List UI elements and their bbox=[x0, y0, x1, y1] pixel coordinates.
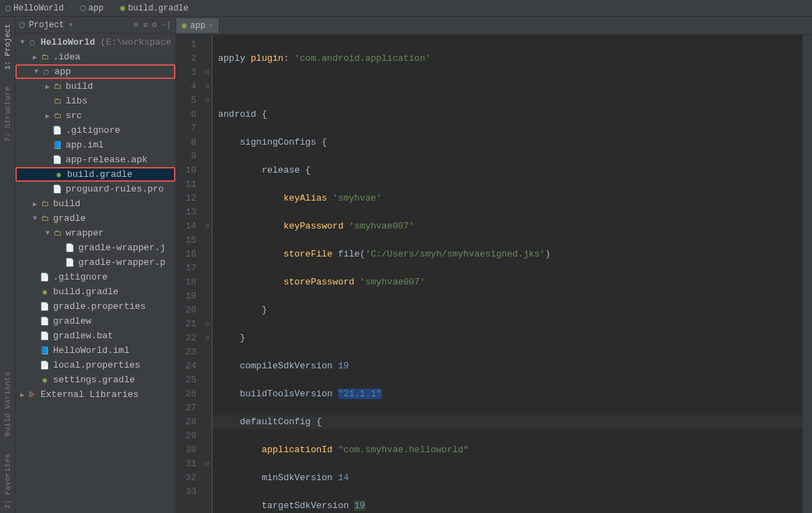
file-icon: 📄 bbox=[52, 184, 63, 195]
tree-item-ext-lib[interactable]: ▶⊪External Libraries bbox=[15, 387, 175, 402]
tree-item[interactable]: ▼🗀gradle bbox=[15, 211, 175, 226]
tree-item[interactable]: 📄gradlew.bat bbox=[15, 328, 175, 343]
tree-item[interactable]: 📄gradle-wrapper.j bbox=[15, 240, 175, 255]
tree-item[interactable]: ▶🗀src bbox=[15, 108, 175, 123]
gradle-icon: ◉ bbox=[39, 375, 50, 386]
folder-icon: 🗀 bbox=[52, 81, 63, 92]
tree-item[interactable]: ◉build.gradle bbox=[15, 284, 175, 299]
breadcrumb-item[interactable]: ▢ HelloWorld bbox=[6, 3, 64, 13]
editor-tab-app[interactable]: ◉ app × bbox=[176, 18, 219, 33]
scroll-to-icon[interactable]: ⊕ bbox=[133, 20, 138, 30]
gradle-icon: ◉ bbox=[39, 287, 50, 298]
editor-tab-bar: ◉ app × bbox=[176, 17, 812, 35]
module-icon: ▢ bbox=[27, 37, 38, 48]
gradle-icon: ◉ bbox=[120, 3, 125, 13]
tree-item[interactable]: 📄app-release.apk bbox=[15, 152, 175, 167]
gear-icon[interactable]: ⚙ bbox=[152, 20, 157, 30]
library-icon: ⊪ bbox=[27, 389, 38, 400]
project-panel: ▢ Project ▾ ⊕ ⇵ ⚙ →| ▼▢ HelloWorld (E:\w… bbox=[15, 17, 176, 513]
tree-item[interactable]: 📘app.iml bbox=[15, 138, 175, 152]
breadcrumb-sep: 〉 bbox=[68, 2, 76, 14]
tree-item[interactable]: 📄gradle-wrapper.p bbox=[15, 255, 175, 270]
folder-icon: 🗀 bbox=[52, 96, 63, 107]
editor-body[interactable]: 1234567891011121314151617181920212223242… bbox=[176, 35, 812, 513]
tree-item[interactable]: 📄proguard-rules.pro bbox=[15, 182, 175, 196]
tree-item[interactable]: 📄.gitignore bbox=[15, 270, 175, 284]
scrollbar[interactable] bbox=[802, 35, 812, 513]
gradle-icon: ◉ bbox=[53, 169, 64, 180]
tab-build-variants[interactable]: Build Variants bbox=[2, 368, 13, 440]
panel-title: Project bbox=[29, 20, 64, 30]
breadcrumb-item[interactable]: ▢ app bbox=[80, 3, 103, 13]
tab-project[interactable]: 1: Project bbox=[2, 20, 13, 74]
folder-icon: 🗀 bbox=[52, 228, 63, 239]
file-icon: 📄 bbox=[39, 360, 50, 371]
tree-item[interactable]: ▶🗀build bbox=[15, 196, 175, 211]
file-icon: 📄 bbox=[39, 272, 50, 283]
folder-icon: 🗀 bbox=[39, 213, 50, 224]
tree-item[interactable]: 📄.gitignore bbox=[15, 123, 175, 138]
panel-header: ▢ Project ▾ ⊕ ⇵ ⚙ →| bbox=[15, 17, 175, 34]
tree-item-app[interactable]: ▼▢app bbox=[15, 64, 175, 79]
dropdown-icon[interactable]: ▾ bbox=[68, 20, 73, 30]
breadcrumb-sep: 〉 bbox=[108, 2, 116, 14]
line-gutter: 1234567891011121314151617181920212223242… bbox=[176, 35, 203, 513]
file-icon: 📄 bbox=[52, 154, 63, 166]
tree-item[interactable]: 🗀libs bbox=[15, 94, 175, 108]
project-view-icon: ▢ bbox=[20, 20, 24, 30]
file-icon: 📄 bbox=[39, 331, 50, 342]
file-icon: 📄 bbox=[39, 301, 50, 312]
hide-icon[interactable]: →| bbox=[161, 20, 171, 30]
tree-root[interactable]: ▼▢ HelloWorld (E:\workspace bbox=[15, 35, 175, 50]
module-icon: ▢ bbox=[6, 3, 10, 13]
file-icon: 📄 bbox=[39, 316, 50, 327]
tree-item[interactable]: 📄gradle.properties bbox=[15, 299, 175, 314]
tab-favorites[interactable]: 2: Favorites bbox=[2, 449, 13, 513]
fold-gutter: ⊟⊟⊟⊟⊟⊟⊟ bbox=[203, 35, 212, 513]
tree-item[interactable]: ▶🗀.idea bbox=[15, 50, 175, 64]
tab-label: app bbox=[190, 21, 205, 31]
tree-item-build-gradle[interactable]: ◉build.gradle bbox=[15, 167, 175, 182]
file-icon: 📄 bbox=[52, 125, 63, 136]
tree-item[interactable]: 📄local.properties bbox=[15, 358, 175, 373]
tree-item[interactable]: ▼🗀wrapper bbox=[15, 226, 175, 240]
file-icon: 📄 bbox=[64, 243, 75, 254]
folder-icon: 🗀 bbox=[39, 52, 50, 63]
breadcrumb: ▢ HelloWorld 〉 ▢ app 〉 ◉ build.gradle bbox=[0, 0, 812, 17]
module-icon: ▢ bbox=[80, 3, 85, 13]
code-area[interactable]: apply plugin: 'com.android.application' … bbox=[212, 35, 802, 513]
file-icon: 📄 bbox=[64, 257, 75, 268]
breadcrumb-label: build.gradle bbox=[128, 3, 188, 13]
tab-structure[interactable]: 7: Structure bbox=[2, 82, 13, 146]
tree-item[interactable]: ▶🗀build bbox=[15, 79, 175, 94]
breadcrumb-label: HelloWorld bbox=[13, 3, 64, 13]
folder-icon: 🗀 bbox=[39, 198, 50, 210]
tree-item[interactable]: ◉settings.gradle bbox=[15, 373, 175, 387]
tree-item[interactable]: 📄gradlew bbox=[15, 314, 175, 328]
tool-window-strip: 1: Project 7: Structure Build Variants 2… bbox=[0, 17, 15, 513]
folder-icon: 🗀 bbox=[52, 110, 63, 122]
tree-item[interactable]: 📘HelloWorld.iml bbox=[15, 343, 175, 358]
iml-icon: 📘 bbox=[39, 345, 50, 356]
breadcrumb-label: app bbox=[88, 3, 103, 13]
module-icon: ▢ bbox=[41, 66, 52, 78]
project-tree[interactable]: ▼▢ HelloWorld (E:\workspace ▶🗀.idea ▼▢ap… bbox=[15, 34, 175, 513]
gradle-icon: ◉ bbox=[182, 20, 187, 31]
collapse-icon[interactable]: ⇵ bbox=[143, 20, 147, 30]
close-icon[interactable]: × bbox=[209, 22, 214, 30]
breadcrumb-item[interactable]: ◉ build.gradle bbox=[120, 3, 189, 13]
iml-icon: 📘 bbox=[52, 140, 63, 151]
editor-area: ◉ app × 12345678910111213141516171819202… bbox=[176, 17, 812, 513]
